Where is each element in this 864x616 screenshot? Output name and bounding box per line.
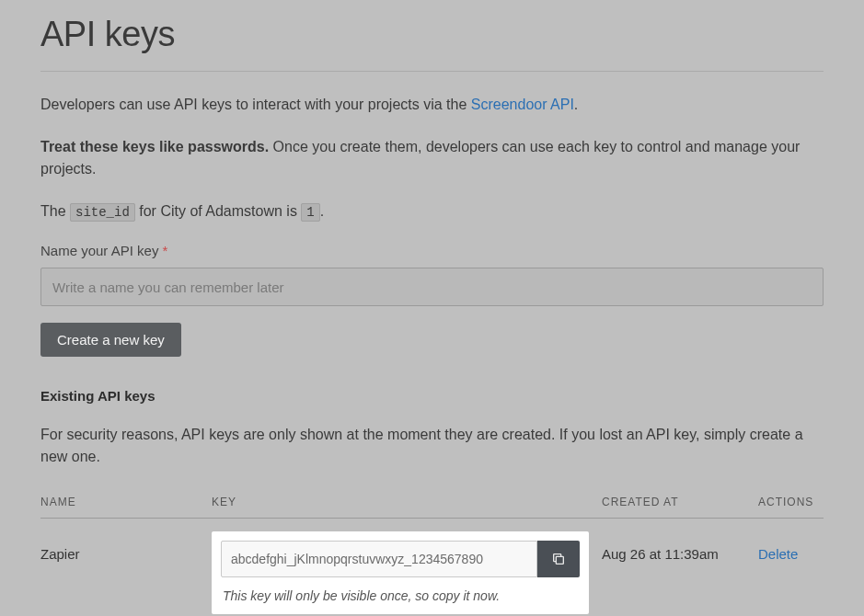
siteid-suffix: . (320, 203, 324, 219)
svg-rect-0 (556, 556, 563, 564)
intro-text-suffix: . (574, 97, 578, 112)
siteid-code: site_id (70, 203, 135, 222)
row-key-cell: This key will only be visible once, so c… (212, 531, 602, 614)
existing-keys-heading: Existing API keys (40, 388, 824, 404)
header-created: CREATED AT (602, 496, 758, 508)
copy-key-button[interactable] (537, 541, 580, 577)
header-actions: ACTIONS (758, 496, 824, 508)
delete-key-link[interactable]: Delete (758, 546, 798, 562)
key-reveal-card: This key will only be visible once, so c… (212, 531, 589, 614)
header-name: NAME (40, 496, 212, 508)
screendoor-api-link[interactable]: Screendoor API (471, 97, 574, 112)
siteid-prefix: The (40, 203, 70, 219)
api-key-name-input[interactable] (40, 268, 824, 306)
create-key-button[interactable]: Create a new key (40, 323, 181, 357)
security-note: For security reasons, API keys are only … (40, 424, 824, 468)
siteid-paragraph: The site_id for City of Adamstown is 1. (40, 200, 824, 222)
warning-bold: Treat these keys like passwords. (40, 139, 269, 154)
table-row: Zapier This key will only be visible onc… (40, 519, 824, 616)
row-created-at: Aug 26 at 11:39am (602, 531, 758, 562)
siteid-value: 1 (301, 203, 319, 222)
page-title: API keys (40, 15, 824, 54)
row-name: Zapier (40, 531, 212, 562)
name-field-label: Name your API key (40, 243, 158, 258)
table-header-row: NAME KEY CREATED AT ACTIONS (40, 496, 824, 519)
copy-icon (551, 552, 566, 566)
key-visibility-note: This key will only be visible once, so c… (221, 588, 580, 605)
required-asterisk: * (162, 243, 167, 258)
key-input-row (221, 541, 580, 577)
row-actions: Delete (758, 531, 824, 563)
header-key: KEY (212, 496, 602, 508)
title-divider (40, 71, 824, 72)
name-field-label-row: Name your API key* (40, 243, 824, 258)
password-warning: Treat these keys like passwords. Once yo… (40, 136, 824, 180)
siteid-mid: for City of Adamstown is (135, 203, 302, 219)
api-keys-table: NAME KEY CREATED AT ACTIONS Zapier (40, 496, 824, 616)
api-key-value-input[interactable] (221, 541, 537, 577)
intro-paragraph: Developers can use API keys to interact … (40, 94, 824, 116)
intro-text-prefix: Developers can use API keys to interact … (40, 97, 471, 112)
